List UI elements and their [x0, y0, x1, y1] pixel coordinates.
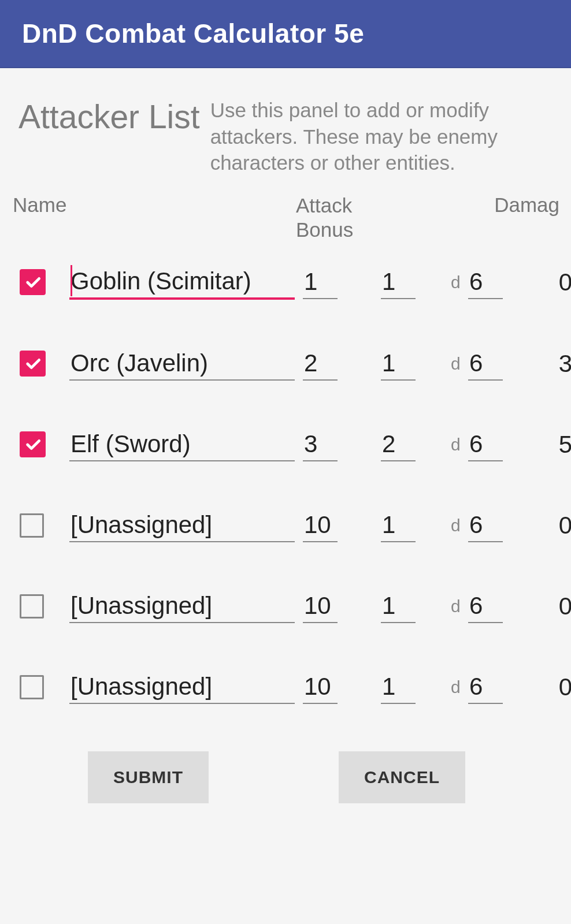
row-checkbox[interactable] [20, 675, 44, 699]
dice-d-label: d [451, 354, 468, 374]
dice-count-input[interactable] [381, 428, 416, 461]
column-header-damage: Damag [423, 193, 559, 242]
column-headers: Name Attack Bonus Damag [12, 193, 559, 242]
attacker-row: d0 [12, 509, 559, 542]
button-row: SUBMIT CANCEL [88, 751, 559, 803]
row-checkbox[interactable] [20, 513, 44, 538]
attacker-rows: d0d3d5d0d0d0 [12, 265, 559, 704]
attacker-row: d0 [12, 590, 559, 623]
attack-bonus-input[interactable] [303, 266, 338, 299]
dice-count-input[interactable] [381, 266, 416, 299]
attack-bonus-input[interactable] [303, 347, 338, 381]
name-input[interactable] [69, 590, 295, 623]
damage-trailing: 0 [537, 512, 571, 539]
row-checkbox[interactable] [20, 594, 44, 619]
damage-trailing: 0 [537, 673, 571, 701]
die-type-input[interactable] [468, 428, 503, 461]
cancel-button[interactable]: CANCEL [339, 751, 465, 803]
attacker-row: d0 [12, 670, 559, 704]
die-type-input[interactable] [468, 347, 503, 381]
app-header: DnD Combat Calculator 5e [0, 0, 571, 68]
die-type-input[interactable] [468, 670, 503, 704]
submit-button[interactable]: SUBMIT [88, 751, 209, 803]
damage-trailing: 0 [537, 593, 571, 620]
name-input[interactable] [69, 509, 295, 542]
section-header: Attacker List Use this panel to add or m… [12, 97, 559, 176]
text-cursor [71, 265, 72, 296]
attack-bonus-input[interactable] [303, 428, 338, 461]
dice-d-label: d [451, 597, 468, 616]
attacker-row: d5 [12, 428, 559, 461]
attack-bonus-input[interactable] [303, 590, 338, 623]
row-checkbox[interactable] [20, 269, 46, 295]
damage-trailing: 5 [537, 431, 571, 459]
dice-d-label: d [451, 435, 468, 454]
dice-count-input[interactable] [381, 509, 416, 542]
row-checkbox[interactable] [20, 431, 46, 457]
attacker-row: d0 [12, 265, 559, 300]
die-type-input[interactable] [468, 509, 503, 542]
name-input[interactable] [69, 265, 295, 300]
die-type-input[interactable] [468, 266, 503, 299]
name-input[interactable] [69, 670, 295, 704]
attack-bonus-input[interactable] [303, 670, 338, 704]
column-header-attack-bonus: Attack Bonus [296, 193, 423, 242]
dice-d-label: d [451, 516, 468, 535]
name-input[interactable] [69, 428, 295, 461]
die-type-input[interactable] [468, 590, 503, 623]
attacker-row: d3 [12, 347, 559, 381]
column-header-name: Name [13, 193, 296, 242]
row-checkbox[interactable] [20, 351, 46, 377]
section-title: Attacker List [12, 97, 200, 136]
dice-count-input[interactable] [381, 347, 416, 381]
dice-count-input[interactable] [381, 590, 416, 623]
dice-d-label: d [451, 677, 468, 697]
dice-d-label: d [451, 273, 468, 292]
app-title: DnD Combat Calculator 5e [22, 18, 364, 49]
attack-bonus-input[interactable] [303, 509, 338, 542]
section-description: Use this panel to add or modify attacker… [210, 97, 559, 176]
damage-trailing: 0 [537, 269, 571, 296]
dice-count-input[interactable] [381, 670, 416, 704]
content-area: Attacker List Use this panel to add or m… [0, 97, 571, 803]
name-input[interactable] [69, 347, 295, 381]
damage-trailing: 3 [537, 350, 571, 378]
